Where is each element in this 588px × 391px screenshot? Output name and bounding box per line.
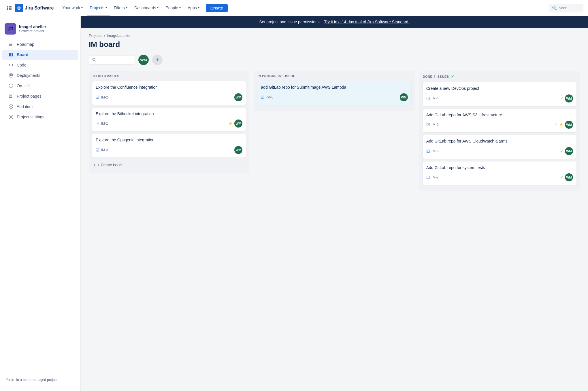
- sidebar-label-oncall: On-call: [17, 83, 29, 88]
- column-header-todo: TO DO 3 ISSUES: [92, 74, 246, 78]
- plus-icon: +: [93, 163, 96, 167]
- card-im5[interactable]: Add GitLab repo for AWS S3 infrastructur…: [423, 109, 576, 132]
- card-im6[interactable]: Add GitLab repo for AWS CloudWatch alarm…: [423, 135, 576, 159]
- logo-area[interactable]: Jira Software: [15, 4, 54, 12]
- logo-text: Jira Software: [25, 5, 54, 11]
- sidebar-item-oncall[interactable]: On-call: [2, 81, 78, 91]
- check-icon: ✓: [560, 149, 563, 153]
- settings-icon: [8, 114, 14, 119]
- link-icon: ⚡: [228, 122, 233, 126]
- svg-point-6: [10, 74, 12, 76]
- check-icon: ✓: [560, 175, 563, 179]
- card-im7[interactable]: Add GitLab repo for system tests ☑ IM-7 …: [423, 162, 576, 185]
- card-im2[interactable]: Explore the Confluence integration ☑ IM-…: [92, 81, 246, 105]
- sidebar-item-add-item[interactable]: Add item: [2, 102, 78, 111]
- checkbox-icon: ☑: [96, 95, 99, 100]
- done-check-icon: ✓: [451, 74, 455, 79]
- project-header: 🏷 ImageLabeller Software project: [0, 21, 80, 39]
- card-im4[interactable]: Create a new DevOps project ☑ IM-4 ✓ WM: [423, 82, 576, 106]
- chevron-down-icon: ▾: [126, 6, 127, 9]
- sidebar-label-project-settings: Project settings: [17, 115, 44, 119]
- add-avatar-button[interactable]: +: [152, 55, 163, 65]
- layout: 🏷 ImageLabeller Software project Roadmap…: [0, 16, 588, 391]
- column-todo: TO DO 3 ISSUES Explore the Confluence in…: [89, 71, 249, 173]
- checkbox-icon: ☑: [426, 149, 430, 153]
- sidebar-label-code: Code: [17, 63, 26, 67]
- jira-logo-icon: [15, 4, 23, 12]
- sidebar-item-project-pages[interactable]: Project pages: [2, 91, 78, 101]
- main-content: Set project and issue permissions. Try i…: [81, 16, 588, 391]
- sidebar: 🏷 ImageLabeller Software project Roadmap…: [0, 16, 81, 391]
- search-icon: 🔍: [552, 6, 557, 10]
- deployments-icon: [8, 73, 14, 78]
- chevron-down-icon: ▾: [179, 6, 181, 9]
- card-avatar-im3: WM: [234, 146, 242, 154]
- search-box[interactable]: 🔍 Sear: [549, 4, 583, 12]
- nav-apps[interactable]: Apps ▾: [185, 0, 202, 16]
- board-area: Projects / ImageLabeller IM board WM +: [81, 28, 588, 197]
- card-avatar-im6: WM: [565, 147, 573, 155]
- breadcrumb-project-name[interactable]: ImageLabeller: [107, 33, 131, 38]
- column-header-done: DONE 4 ISSUES ✓: [423, 74, 576, 79]
- breadcrumb-projects[interactable]: Projects: [89, 33, 102, 38]
- column-header-inprogress: IN PROGRESS 1 ISSUE: [257, 74, 411, 78]
- board-icon: [8, 52, 14, 57]
- app-switcher-button[interactable]: [5, 3, 14, 13]
- pages-icon: [8, 94, 14, 99]
- card-avatar-im1: WM: [234, 119, 242, 128]
- svg-rect-8: [9, 94, 12, 98]
- checkbox-icon: ☑: [426, 175, 430, 180]
- svg-rect-0: [9, 43, 13, 43]
- sidebar-label-deployments: Deployments: [17, 73, 40, 78]
- sidebar-label-board: Board: [17, 52, 28, 57]
- card-im8[interactable]: add GitLab repo for SubmitImage AWS Lamb…: [257, 81, 411, 105]
- avatar-wm[interactable]: WM: [138, 55, 149, 65]
- sidebar-item-board[interactable]: Board: [2, 50, 78, 60]
- chevron-down-icon: ▾: [105, 6, 107, 9]
- svg-rect-4: [10, 53, 12, 56]
- card-im3[interactable]: Explore the Opsgenie integration ☑ IM-3 …: [92, 134, 246, 157]
- board-search-input[interactable]: [89, 56, 135, 64]
- nav-filters[interactable]: Filters ▾: [111, 0, 130, 16]
- nav-projects[interactable]: Projects ▾: [87, 0, 110, 16]
- board-toolbar: WM +: [89, 55, 580, 65]
- sidebar-footer: You're in a team-managed project: [0, 373, 80, 386]
- sidebar-item-roadmap[interactable]: Roadmap: [2, 39, 78, 49]
- column-done: DONE 4 ISSUES ✓ Create a new DevOps proj…: [419, 71, 580, 191]
- create-issue-button[interactable]: + + Create issue: [92, 160, 246, 170]
- trial-banner: Set project and issue permissions. Try i…: [81, 16, 588, 28]
- sidebar-item-project-settings[interactable]: Project settings: [2, 112, 78, 122]
- chevron-down-icon: ▾: [157, 6, 159, 9]
- nav-people[interactable]: People ▾: [163, 0, 184, 16]
- link-icon: ⚡: [559, 123, 563, 127]
- grid-icon: [7, 6, 12, 10]
- svg-point-11: [10, 116, 12, 118]
- checkbox-icon: ☑: [426, 122, 430, 127]
- card-avatar-im8: WM: [400, 93, 408, 101]
- project-avatar: 🏷: [5, 23, 16, 35]
- topnav: Jira Software Your work ▾ Projects ▾ Fil…: [0, 0, 588, 16]
- project-name: ImageLabeller: [19, 24, 46, 29]
- svg-rect-3: [9, 53, 10, 56]
- check-icon: ✓: [560, 96, 563, 100]
- checkbox-icon: ☑: [261, 95, 265, 100]
- svg-rect-5: [12, 53, 13, 56]
- column-inprogress: IN PROGRESS 1 ISSUE add GitLab repo for …: [254, 71, 414, 111]
- roadmap-icon: [8, 42, 14, 47]
- svg-rect-2: [9, 45, 12, 46]
- project-type: Software project: [19, 29, 46, 33]
- code-icon: [8, 62, 14, 68]
- chevron-down-icon: ▾: [198, 6, 199, 9]
- search-icon: [92, 58, 96, 62]
- breadcrumb: Projects / ImageLabeller: [89, 33, 580, 38]
- create-button[interactable]: Create: [206, 4, 228, 12]
- oncall-icon: [8, 83, 14, 88]
- nav-your-work[interactable]: Your work ▾: [59, 0, 86, 16]
- checkbox-icon: ☑: [426, 96, 430, 101]
- sidebar-item-code[interactable]: Code: [2, 60, 78, 70]
- card-im1[interactable]: Explore the Bitbucket integration ☑ IM-1…: [92, 108, 246, 131]
- board-title: IM board: [89, 40, 580, 49]
- sidebar-item-deployments[interactable]: Deployments: [2, 71, 78, 80]
- nav-dashboards[interactable]: Dashboards ▾: [131, 0, 162, 16]
- trial-banner-link[interactable]: Try it in a 14-day trial of Jira Softwar…: [324, 20, 410, 24]
